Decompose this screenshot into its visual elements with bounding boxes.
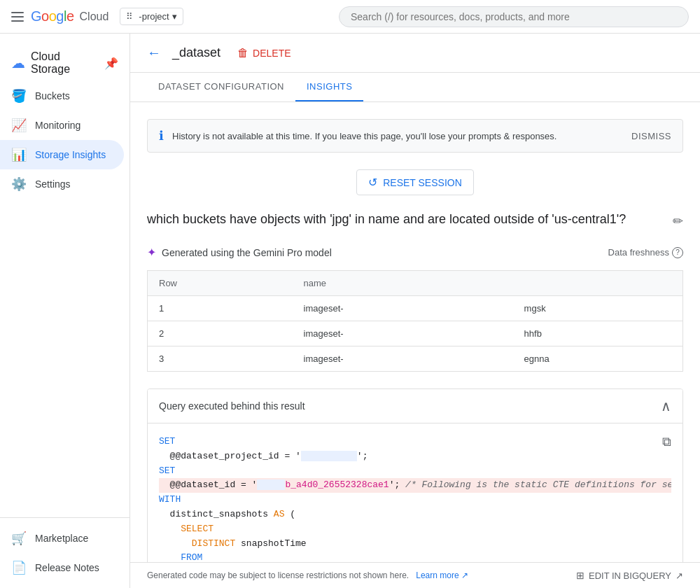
learn-more-link[interactable]: Learn more ↗ — [414, 570, 468, 580]
main-layout: ☁ Cloud Storage 📌 🪣 Buckets 📈 Monitoring… — [0, 34, 700, 588]
sidebar-item-monitoring-label: Monitoring — [35, 120, 80, 131]
edit-query-button[interactable]: ✏ — [673, 214, 683, 229]
copy-button[interactable]: ⧉ — [662, 435, 671, 449]
settings-icon: ⚙️ — [11, 176, 27, 192]
query-row: which buckets have objects with 'jpg' in… — [147, 212, 683, 229]
bigquery-icon: ⊞ — [576, 570, 584, 581]
sidebar-item-buckets[interactable]: 🪣 Buckets — [0, 81, 124, 111]
col-header-name: name — [293, 271, 513, 296]
sql-header[interactable]: Query executed behind this result ∧ — [148, 389, 682, 424]
row-col2: hhfb — [513, 321, 683, 346]
sidebar-header: ☁ Cloud Storage 📌 — [0, 39, 130, 81]
sidebar: ☁ Cloud Storage 📌 🪣 Buckets 📈 Monitoring… — [0, 34, 130, 588]
table-row: 1 imageset- mgsk — [148, 296, 683, 321]
sidebar-title: Cloud Storage — [31, 50, 99, 76]
delete-label: DELETE — [253, 48, 290, 59]
data-freshness: Data freshness ? — [608, 247, 683, 258]
info-icon: ℹ — [159, 128, 164, 144]
reset-section: ↺ RESET SESSION — [147, 169, 683, 195]
row-num: 2 — [148, 321, 293, 346]
sidebar-item-storage-insights[interactable]: 📊 Storage Insights — [0, 140, 124, 169]
code-block: SET @@dataset_project_id = ''; SET @@dat… — [159, 435, 671, 562]
top-bar: Google Cloud ⠿ -project ▾ — [0, 0, 700, 34]
query-text: which buckets have objects with 'jpg' in… — [147, 212, 664, 227]
tabs: DATASET CONFIGURATION INSIGHTS — [130, 73, 700, 102]
table-row: 2 imageset- hhfb — [148, 321, 683, 346]
edit-bigquery-label: EDIT IN BIGQUERY — [589, 570, 671, 581]
sidebar-item-monitoring[interactable]: 📈 Monitoring — [0, 111, 124, 140]
sidebar-item-settings-label: Settings — [35, 178, 71, 190]
project-selector-label: -project — [139, 11, 169, 22]
info-banner: ℹ History is not available at this time.… — [147, 119, 683, 153]
tab-insights[interactable]: INSIGHTS — [295, 73, 363, 102]
row-num: 3 — [148, 346, 293, 372]
row-col1: imageset- — [293, 296, 513, 321]
delete-button[interactable]: 🗑 DELETE — [237, 47, 290, 59]
dismiss-button[interactable]: DISMISS — [631, 131, 671, 141]
storage-insights-icon: 📊 — [11, 147, 27, 162]
tab-dataset-configuration[interactable]: DATASET CONFIGURATION — [147, 73, 295, 102]
data-freshness-label: Data freshness — [608, 247, 669, 258]
reset-session-label: RESET SESSION — [383, 177, 462, 188]
row-col2: mgsk — [513, 296, 683, 321]
project-selector[interactable]: ⠿ -project ▾ — [120, 8, 183, 25]
sidebar-item-release-notes[interactable]: 📄 Release Notes — [0, 553, 124, 582]
help-icon[interactable]: ? — [672, 247, 683, 258]
release-notes-icon: 📄 — [11, 560, 27, 575]
cloud-text: Cloud — [80, 10, 109, 23]
search-bar — [339, 6, 689, 27]
reset-session-button[interactable]: ↺ RESET SESSION — [356, 169, 474, 195]
monitoring-icon: 📈 — [11, 118, 27, 133]
sidebar-item-buckets-label: Buckets — [35, 90, 70, 102]
gemini-icon: ✦ — [147, 246, 156, 259]
chevron-down-icon: ▾ — [172, 11, 177, 22]
sidebar-item-release-notes-label: Release Notes — [35, 562, 99, 573]
col-header-row: Row — [148, 271, 293, 296]
banner-text: History is not available at this time. I… — [172, 131, 623, 141]
footer-text: Generated code may be subject to license… — [147, 570, 468, 580]
col-header-extra — [513, 271, 683, 296]
content-area: ← _dataset 🗑 DELETE DATASET CONFIGURATIO… — [130, 34, 700, 588]
content-header: ← _dataset 🗑 DELETE — [130, 34, 700, 73]
dots-icon: ⠿ — [126, 11, 133, 22]
reset-icon: ↺ — [368, 176, 377, 189]
top-bar-left: Google Cloud ⠿ -project ▾ — [11, 8, 183, 25]
row-col1: imageset- — [293, 321, 513, 346]
row-col1: imageset- — [293, 346, 513, 372]
buckets-icon: 🪣 — [11, 88, 27, 104]
content-footer: Generated code may be subject to license… — [130, 562, 700, 588]
search-input[interactable] — [339, 6, 689, 27]
sql-header-title: Query executed behind this result — [159, 400, 305, 412]
edit-in-bigquery-button[interactable]: ⊞ EDIT IN BIGQUERY ↗ — [576, 570, 683, 581]
sql-body: ⧉ SET @@dataset_project_id = ''; SET @@d… — [148, 424, 682, 562]
back-button[interactable]: ← — [147, 45, 161, 61]
query-section: which buckets have objects with 'jpg' in… — [147, 212, 683, 229]
google-logo: Google — [31, 8, 74, 24]
generated-label-text: Generated using the Gemini Pro model — [162, 247, 332, 258]
sidebar-item-storage-insights-label: Storage Insights — [35, 149, 106, 160]
table-row: 3 imageset- egnna — [148, 346, 683, 372]
row-col2: egnna — [513, 346, 683, 372]
sidebar-bottom: 🛒 Marketplace 📄 Release Notes — [0, 517, 130, 582]
sidebar-item-marketplace-label: Marketplace — [35, 533, 88, 544]
results-table: Row name 1 imageset- mgsk 2 imageset- hh… — [147, 270, 683, 372]
content-body: ℹ History is not available at this time.… — [130, 102, 700, 562]
trash-icon: 🗑 — [237, 47, 248, 59]
row-num: 1 — [148, 296, 293, 321]
cloud-storage-icon: ☁ — [11, 55, 25, 71]
breadcrumb: _dataset — [172, 46, 220, 60]
collapse-icon[interactable]: ∧ — [661, 398, 671, 414]
external-link-icon: ↗ — [676, 570, 683, 581]
sidebar-item-marketplace[interactable]: 🛒 Marketplace — [0, 524, 124, 553]
sql-section: Query executed behind this result ∧ ⧉ SE… — [147, 388, 683, 562]
pin-icon[interactable]: 📌 — [104, 57, 118, 70]
marketplace-icon: 🛒 — [11, 531, 27, 546]
generated-label-row: ✦ Generated using the Gemini Pro model D… — [147, 246, 683, 259]
sidebar-item-settings[interactable]: ⚙️ Settings — [0, 169, 124, 199]
hamburger-menu-button[interactable] — [11, 10, 25, 24]
